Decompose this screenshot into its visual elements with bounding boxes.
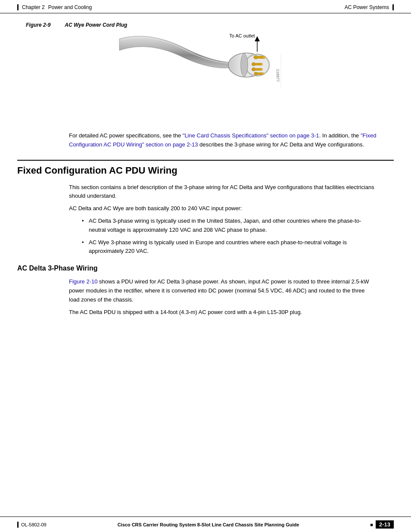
chapter-title: Power and Cooling — [48, 4, 92, 10]
header-left: Chapter 2 Power and Cooling — [17, 4, 92, 10]
figure-caption: Figure 2-9 AC Wye Power Cord Plug — [17, 22, 394, 28]
outlet-label: To AC outlet — [229, 33, 255, 38]
intro-text-post: describes the 3-phase wiring for AC Delt… — [198, 141, 364, 148]
page-header: Chapter 2 Power and Cooling AC Power Sys… — [0, 0, 411, 13]
subsection-para-1: Figure 2-10 shows a PDU wired for AC Del… — [17, 277, 394, 304]
subsection-para-2: The AC Delta PDU is shipped with a 14-fo… — [17, 308, 394, 317]
link-figure-2-10[interactable]: Figure 2-10 — [69, 278, 97, 285]
svg-point-16 — [242, 56, 247, 75]
section-para-1: This section contains a brief descriptio… — [17, 183, 394, 201]
footer-center: Cisco CRS Carrier Routing System 8-Slot … — [118, 522, 299, 527]
intro-paragraph-1: For detailed AC power specifications, se… — [17, 131, 394, 149]
figure-image: To AC outlet 116877 — [115, 32, 296, 118]
list-item: AC Wye 3-phase wiring is typically used … — [82, 238, 372, 256]
svg-point-8 — [261, 63, 263, 65]
footer-left-bar — [17, 522, 19, 528]
chapter-label: Chapter 2 — [22, 4, 45, 10]
figure-title: AC Wye Power Cord Plug — [65, 22, 127, 28]
svg-point-3 — [254, 56, 258, 59]
subsection-text-post: shows a PDU wired for AC Delta 3-phase p… — [69, 278, 369, 303]
list-item: AC Delta 3-phase wiring is typically use… — [82, 217, 372, 235]
header-right-bar — [392, 4, 394, 10]
section-para-2: AC Delta and AC Wye are both basically 2… — [17, 204, 394, 213]
figure-area: To AC outlet 116877 — [98, 32, 313, 118]
section-label: AC Power Systems — [345, 4, 389, 10]
svg-point-14 — [262, 73, 264, 75]
intro-text-pre: For detailed AC power specifications, se… — [69, 132, 183, 139]
page-footer: OL-5802-09 Cisco CRS Carrier Routing Sys… — [0, 516, 411, 532]
figure-label: Figure 2-9 — [26, 22, 50, 28]
header-right: AC Power Systems — [345, 4, 394, 10]
svg-point-6 — [252, 63, 256, 66]
footer-right-bar: ■ — [370, 522, 373, 527]
bullet-list: AC Delta 3-phase wiring is typically use… — [17, 217, 394, 256]
plug-illustration: To AC outlet 116877 — [115, 32, 296, 114]
subsection-heading: AC Delta 3-Phase Wiring — [17, 264, 394, 272]
main-content: Figure 2-9 AC Wye Power Cord Plug — [0, 13, 411, 346]
link-line-card-specs[interactable]: "Line Card Chassis Specifications" secti… — [183, 132, 319, 139]
doc-number: OL-5802-09 — [21, 522, 47, 527]
svg-point-11 — [261, 68, 263, 71]
svg-point-5 — [263, 56, 265, 59]
intro-text-mid: . In addition, the — [319, 132, 361, 139]
header-left-bar — [17, 4, 19, 10]
svg-point-9 — [252, 68, 256, 71]
svg-text:116877: 116877 — [276, 69, 280, 82]
page-number: 2-13 — [376, 520, 394, 529]
footer-left: OL-5802-09 — [17, 522, 47, 528]
svg-point-12 — [254, 72, 258, 75]
section-heading: Fixed Configuration AC PDU Wiring — [17, 160, 394, 176]
